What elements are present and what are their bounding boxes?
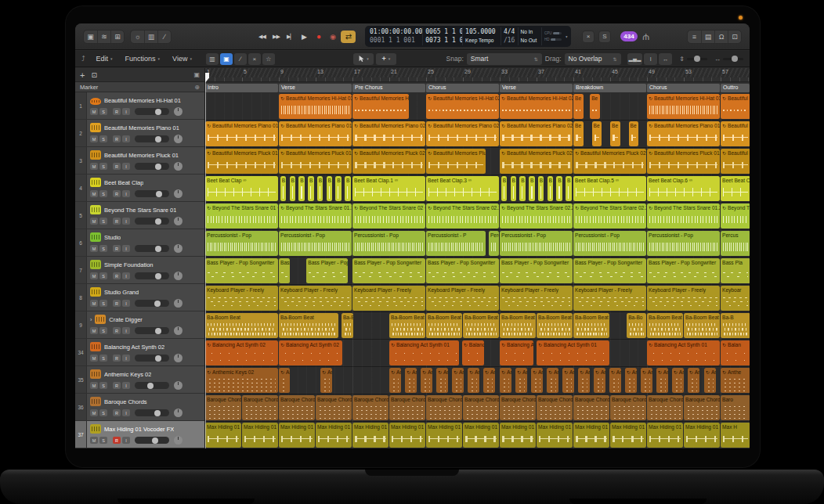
region[interactable]: Percussionist - Pop (573, 231, 646, 257)
region[interactable]: B (519, 176, 526, 202)
region[interactable]: ↻Beautiful Memories Piano 02.2 (500, 121, 573, 147)
region[interactable]: ↻Balancing Act Synth 02 (279, 340, 342, 366)
lcd-chevron-icon[interactable]: ▾ (564, 27, 569, 45)
automation-button[interactable]: ∕ (234, 53, 247, 65)
region[interactable]: ↻Anthe (547, 368, 558, 394)
track-lane[interactable]: ↻Beautiful Memories Hi-Hat 03.1↻Beautifu… (205, 93, 750, 121)
region[interactable]: Keyboard Player - Freely (426, 286, 499, 311)
region[interactable]: B (538, 176, 544, 202)
region[interactable]: ↻Beautiful Memories Piano 01.1 (279, 121, 352, 147)
region[interactable]: Bass P (279, 258, 290, 284)
region[interactable]: Ba-Boom Beat (389, 313, 425, 339)
track-lane[interactable]: Baroque ChordsBaroque ChordsBaroque Chor… (205, 394, 750, 422)
region[interactable]: Baroque Chords (389, 395, 425, 421)
solo-button[interactable]: S (99, 382, 107, 389)
input-monitor-button[interactable]: I (122, 108, 130, 115)
disclosure-icon[interactable]: › (90, 317, 92, 322)
region[interactable]: Baroque Chords (352, 395, 389, 421)
region[interactable]: Beet Beat Clap∞ (205, 176, 278, 202)
mute-button[interactable]: M (90, 382, 98, 389)
editors-icon[interactable]: ∕ (157, 31, 171, 43)
mute-button[interactable]: M (90, 327, 98, 334)
region[interactable]: ↻Anthe (483, 368, 495, 394)
region[interactable]: Baroque Chords (426, 395, 462, 421)
region[interactable]: Percussionist - Pop (279, 231, 352, 257)
pan-knob[interactable] (174, 272, 183, 280)
track-header[interactable]: 36Baroque ChordsMSRI (75, 394, 204, 421)
volume-slider[interactable] (135, 272, 169, 279)
region[interactable]: Be (629, 121, 639, 147)
horizontal-zoom-slider[interactable]: ↔ (714, 56, 743, 63)
region[interactable]: Baroque Chords (610, 395, 646, 421)
volume-slider[interactable] (135, 108, 169, 115)
record-enable-button[interactable]: R (113, 218, 121, 225)
region[interactable]: ↻Beyond The Stars Snare 01.2 (647, 203, 720, 229)
solo-button[interactable]: S (99, 108, 107, 115)
record-enable-button[interactable]: R (113, 437, 121, 444)
region[interactable]: Ba-Boom Beat (463, 313, 499, 339)
add-marker-button[interactable]: ⊕ (194, 84, 200, 91)
workspace-icon[interactable]: ▣ (84, 31, 97, 43)
pointer-tool-menu[interactable]: ▾ (353, 53, 374, 65)
region[interactable]: B (511, 176, 517, 202)
region[interactable]: ↻Anthe (609, 368, 621, 394)
solo-button[interactable]: S (99, 135, 107, 142)
catch-playhead-icon[interactable]: ⤴ (81, 55, 85, 63)
region[interactable]: B (280, 176, 287, 202)
region[interactable]: Bass Player - Pop So (306, 258, 348, 284)
region[interactable]: B (548, 176, 554, 202)
region[interactable]: B (335, 176, 342, 202)
region[interactable]: Beet Beat Clap.5∞ (573, 176, 646, 202)
region[interactable]: ↻Beyond The Stars Snare 02.3 (573, 203, 646, 229)
region[interactable]: Ba-Boom Beat (500, 313, 536, 339)
region[interactable]: B (345, 176, 351, 202)
mute-button[interactable]: M (90, 437, 98, 444)
region[interactable]: ↻Balancing Act Synth 02 (205, 340, 278, 366)
track-header[interactable]: 7Simple FoundationMSRI (75, 257, 204, 284)
region[interactable]: Baroque Chords (500, 395, 536, 421)
pan-knob[interactable] (174, 189, 183, 198)
region[interactable]: ↻Beautiful Memories Piano 02 (426, 121, 499, 147)
section-marker[interactable]: Chorus (647, 84, 720, 92)
region[interactable]: Max H (721, 423, 750, 448)
solo-button[interactable]: S (99, 300, 107, 307)
region[interactable]: Ba-Boom Beat (573, 313, 609, 339)
solo-button[interactable]: S (99, 218, 107, 225)
mute-button[interactable]: M (90, 135, 98, 142)
mute-button[interactable]: M (90, 409, 98, 416)
mute-button[interactable]: M (90, 218, 98, 225)
list-editors-icon[interactable]: ≡ (688, 31, 701, 43)
track-header[interactable]: 4Beet Beat ClapMSRI (75, 175, 204, 202)
record-enable-button[interactable]: R (113, 382, 121, 389)
solo-button[interactable]: S (99, 409, 107, 416)
view-menu[interactable]: View▾ (168, 53, 197, 64)
track-header[interactable]: 35Anthemic Keys 02MSRI (75, 366, 204, 394)
region[interactable]: Beet Beat C (721, 176, 750, 202)
region[interactable]: Keyboard Player - Freely (573, 286, 646, 311)
stop-button[interactable]: ▶▏ (284, 31, 296, 43)
region[interactable]: Max Hiding 01 V (352, 423, 389, 448)
mute-button[interactable]: M (90, 190, 98, 197)
track-lane[interactable]: Ba-Boom BeatBa-Boom BeatBa-BooBa-Boom Be… (205, 312, 750, 340)
track-header[interactable]: 3Beautiful Memories Pluck 01MSRI (75, 147, 204, 175)
region[interactable]: Baroque Chords (537, 395, 573, 421)
region[interactable]: B (529, 176, 535, 202)
play-button[interactable]: ▶ (298, 31, 310, 43)
mute-button[interactable]: M (90, 272, 98, 279)
region[interactable]: Ba-B (721, 313, 750, 339)
region[interactable]: ↻Anthe (500, 368, 511, 394)
region[interactable]: Bass Player - Pop Songwriter (205, 258, 278, 284)
region[interactable]: Max Hiding 01 V (647, 423, 683, 448)
region[interactable]: Max Hiding 01 V (426, 423, 462, 448)
pan-knob[interactable] (174, 354, 183, 362)
region[interactable]: B (290, 176, 296, 202)
region[interactable]: ↻Anthe (578, 368, 590, 394)
track-header[interactable]: 8Studio GrandMSRI (75, 284, 204, 311)
region[interactable]: Max Hiding 01 V (279, 423, 315, 448)
region[interactable]: ↻Balancing Act (500, 340, 533, 366)
mixer-icon[interactable]: ▥ (144, 31, 157, 43)
region[interactable]: Max Hiding 01 V (316, 423, 352, 448)
region[interactable]: ↻Beautiful Memories Hi-Hat 03.1 (279, 94, 352, 120)
region[interactable]: Ba-Bo (627, 313, 646, 339)
region[interactable]: ↻Anthe (688, 368, 699, 394)
